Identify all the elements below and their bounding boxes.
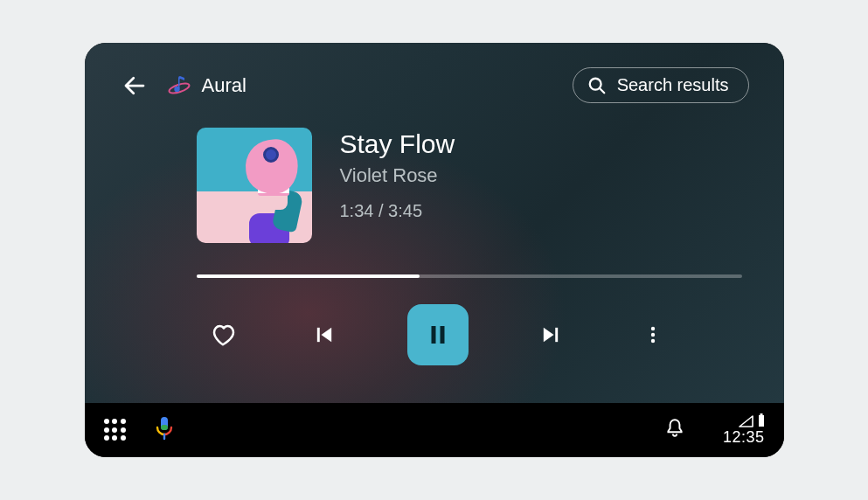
- track-info: Stay Flow Violet Rose 1:34 / 3:45: [340, 128, 455, 243]
- favorite-button[interactable]: [204, 316, 242, 354]
- playback-controls: [120, 304, 749, 365]
- back-button[interactable]: [120, 71, 149, 101]
- skip-next-icon: [538, 323, 563, 347]
- app-name: Aural: [202, 74, 247, 97]
- svg-point-1: [174, 86, 179, 91]
- progress-fill: [197, 274, 420, 278]
- svg-point-10: [650, 339, 654, 343]
- bell-icon: [663, 417, 686, 440]
- voice-assistant-button[interactable]: [155, 416, 174, 444]
- search-icon: [587, 76, 607, 95]
- svg-point-8: [650, 327, 654, 330]
- arrow-left-icon: [122, 73, 148, 99]
- now-playing: Stay Flow Violet Rose 1:34 / 3:45: [120, 128, 749, 243]
- pause-button[interactable]: [407, 304, 469, 365]
- status-cluster: 12:35: [723, 413, 765, 447]
- cellular-signal-icon: [739, 415, 753, 427]
- search-results-label: Search results: [617, 75, 729, 95]
- svg-rect-14: [759, 415, 764, 427]
- system-bar: 12:35: [85, 403, 784, 457]
- media-player-screen: Aural Search results: [85, 43, 784, 403]
- svg-rect-6: [440, 326, 444, 344]
- skip-previous-icon: [312, 323, 337, 347]
- app-launcher-button[interactable]: [104, 419, 127, 441]
- previous-button[interactable]: [305, 316, 344, 354]
- battery-icon: [758, 413, 765, 427]
- app-logo-icon: [167, 73, 191, 98]
- search-results-button[interactable]: Search results: [573, 67, 749, 103]
- clock: 12:35: [723, 428, 765, 447]
- track-title: Stay Flow: [340, 129, 455, 159]
- svg-point-9: [650, 333, 654, 337]
- pause-icon: [425, 322, 451, 348]
- notifications-button[interactable]: [663, 417, 686, 443]
- heart-icon: [210, 322, 236, 348]
- track-time: 1:34 / 3:45: [340, 201, 455, 221]
- more-options-button[interactable]: [634, 316, 672, 354]
- track-duration: 3:45: [388, 201, 422, 220]
- next-button[interactable]: [531, 316, 570, 354]
- progress-bar[interactable]: [197, 274, 742, 278]
- svg-rect-15: [760, 413, 762, 415]
- microphone-icon: [155, 416, 174, 441]
- album-art: [197, 128, 312, 243]
- header: Aural Search results: [120, 67, 749, 103]
- svg-rect-12: [161, 425, 168, 430]
- device-frame: Aural Search results: [85, 43, 784, 457]
- svg-line-3: [600, 88, 604, 93]
- svg-rect-5: [431, 326, 435, 344]
- more-vertical-icon: [642, 324, 663, 345]
- svg-rect-7: [555, 328, 558, 342]
- svg-rect-4: [317, 328, 320, 342]
- track-elapsed: 1:34: [340, 201, 374, 220]
- track-artist: Violet Rose: [340, 164, 455, 187]
